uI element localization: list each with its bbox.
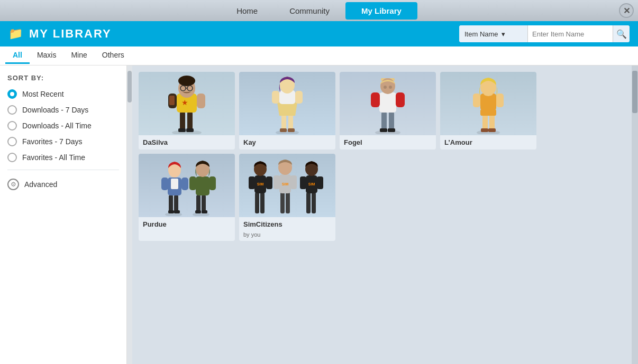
chevron-down-icon: ▾ bbox=[502, 30, 505, 38]
card-label-dasilva: DaSilva bbox=[139, 135, 235, 150]
card-purdue[interactable]: Purdue bbox=[139, 154, 235, 241]
svg-rect-59 bbox=[195, 210, 201, 213]
radio-favorites-all-time bbox=[7, 153, 17, 162]
item-name-dropdown[interactable]: Item Name ▾ bbox=[459, 25, 528, 42]
sort-by-label: Sort By: bbox=[0, 72, 126, 86]
sidebar-scrollbar[interactable] bbox=[127, 66, 132, 364]
card-label-kay: Kay bbox=[239, 135, 335, 150]
svg-rect-80 bbox=[312, 192, 316, 213]
svg-rect-65 bbox=[255, 192, 259, 213]
svg-rect-70 bbox=[266, 176, 272, 189]
card-sublabel-simcitizens: by you bbox=[239, 231, 335, 241]
advanced-option[interactable]: ⚙ Advanced bbox=[0, 174, 126, 194]
svg-rect-76 bbox=[274, 175, 280, 189]
nav-tab-home[interactable]: Home bbox=[221, 2, 274, 20]
grid-area: ★ bbox=[132, 66, 638, 364]
dropdown-label: Item Name bbox=[464, 30, 498, 38]
svg-rect-4 bbox=[186, 128, 194, 132]
folder-icon: 📁 bbox=[8, 27, 23, 41]
svg-rect-83 bbox=[300, 176, 306, 189]
svg-rect-9 bbox=[169, 96, 175, 105]
sidebar: Sort By: Most Recent Downloads - 7 Days … bbox=[0, 66, 127, 364]
svg-rect-40 bbox=[488, 128, 496, 132]
sort-downloads-all-time[interactable]: Downloads - All Time bbox=[0, 118, 126, 134]
search-icon: 🔍 bbox=[616, 29, 627, 39]
svg-rect-52 bbox=[161, 178, 168, 190]
svg-rect-79 bbox=[306, 192, 311, 213]
svg-rect-18 bbox=[280, 128, 287, 132]
svg-rect-28 bbox=[388, 128, 395, 132]
svg-text:SIM: SIM bbox=[308, 182, 315, 186]
card-fogel[interactable]: Fogel bbox=[340, 72, 436, 150]
grid-scrollbar-thumb[interactable] bbox=[632, 71, 637, 113]
radio-most-recent bbox=[7, 89, 17, 99]
card-image-simcitizens: SIM SIM bbox=[239, 154, 335, 217]
svg-point-35 bbox=[389, 86, 392, 89]
search-container: Item Name ▾ 🔍 bbox=[459, 25, 630, 42]
card-image-fogel bbox=[340, 72, 436, 135]
svg-rect-21 bbox=[272, 91, 279, 104]
card-simcitizens[interactable]: SIM SIM bbox=[239, 154, 335, 241]
filter-tab-maxis[interactable]: Maxis bbox=[30, 48, 64, 64]
nav-tab-my-library[interactable]: My Library bbox=[345, 2, 417, 20]
svg-rect-22 bbox=[295, 91, 303, 104]
svg-rect-27 bbox=[380, 128, 387, 132]
svg-rect-49 bbox=[168, 210, 174, 213]
card-image-dasilva: ★ bbox=[139, 72, 235, 135]
sort-downloads-7-days[interactable]: Downloads - 7 Days bbox=[0, 102, 126, 118]
svg-rect-31 bbox=[396, 92, 405, 107]
sort-favorites-7-days[interactable]: Favorites - 7 Days bbox=[0, 134, 126, 150]
close-button[interactable]: ✕ bbox=[619, 3, 634, 18]
svg-rect-63 bbox=[209, 176, 216, 190]
svg-point-11 bbox=[178, 76, 195, 86]
grid-scrollbar[interactable] bbox=[632, 66, 638, 364]
svg-point-34 bbox=[384, 86, 387, 89]
svg-rect-66 bbox=[260, 192, 265, 213]
search-button[interactable]: 🔍 bbox=[613, 25, 630, 42]
sort-most-recent[interactable]: Most Recent bbox=[0, 86, 126, 102]
card-lamour[interactable]: L’Amour bbox=[440, 72, 536, 150]
svg-rect-43 bbox=[473, 94, 480, 107]
card-dasilva[interactable]: ★ bbox=[139, 72, 235, 150]
radio-downloads-7-days bbox=[7, 105, 17, 115]
filter-tab-all[interactable]: All bbox=[5, 48, 30, 64]
card-label-lamour: L’Amour bbox=[440, 135, 536, 150]
nav-tab-community[interactable]: Community bbox=[274, 2, 345, 20]
card-image-lamour bbox=[440, 72, 536, 135]
svg-rect-61 bbox=[196, 176, 209, 195]
svg-text:SIM: SIM bbox=[282, 182, 289, 186]
sort-favorites-all-time[interactable]: Favorites - All Time bbox=[0, 150, 126, 165]
radio-downloads-all-time bbox=[7, 121, 17, 130]
grid-content: ★ bbox=[139, 72, 632, 358]
card-image-kay bbox=[239, 72, 335, 135]
header: 📁 My Library Item Name ▾ 🔍 bbox=[0, 21, 638, 46]
sidebar-divider bbox=[7, 170, 119, 170]
svg-rect-19 bbox=[288, 128, 295, 132]
card-label-simcitizens: SimCitizens bbox=[239, 217, 335, 231]
svg-text:SIM: SIM bbox=[257, 182, 264, 186]
filter-tab-mine[interactable]: Mine bbox=[63, 48, 94, 64]
card-label-purdue: Purdue bbox=[139, 217, 235, 231]
svg-rect-84 bbox=[317, 176, 323, 189]
svg-rect-30 bbox=[371, 92, 380, 107]
svg-rect-60 bbox=[202, 210, 207, 213]
svg-text:★: ★ bbox=[181, 98, 188, 107]
svg-rect-44 bbox=[496, 94, 504, 107]
svg-rect-8 bbox=[197, 94, 205, 108]
svg-rect-62 bbox=[189, 176, 196, 190]
filter-tab-others[interactable]: Others bbox=[95, 48, 132, 64]
svg-rect-39 bbox=[481, 128, 488, 132]
main-content: Sort By: Most Recent Downloads - 7 Days … bbox=[0, 66, 638, 364]
gear-icon: ⚙ bbox=[7, 179, 19, 190]
sidebar-scrollbar-thumb[interactable] bbox=[127, 71, 132, 102]
svg-rect-77 bbox=[290, 175, 297, 189]
svg-rect-54 bbox=[171, 179, 178, 189]
svg-rect-53 bbox=[181, 178, 188, 190]
svg-rect-69 bbox=[249, 176, 255, 189]
search-input[interactable] bbox=[528, 25, 613, 42]
nav-tabs: Home Community My Library bbox=[221, 2, 417, 20]
radio-favorites-7-days bbox=[7, 137, 17, 146]
card-image-purdue bbox=[139, 154, 235, 217]
card-kay[interactable]: Kay bbox=[239, 72, 335, 150]
svg-rect-50 bbox=[174, 210, 180, 213]
